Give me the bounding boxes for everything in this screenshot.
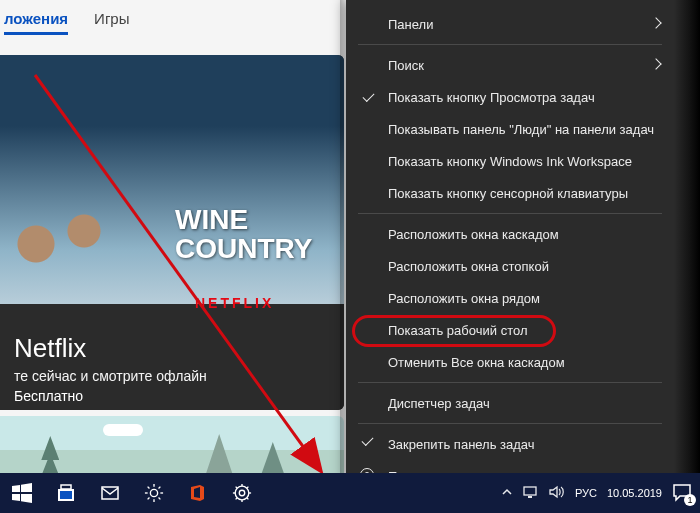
tray-action-center[interactable]: 1: [672, 482, 694, 504]
svg-rect-24: [524, 487, 536, 495]
hero-app-name: Netflix: [14, 333, 330, 364]
svg-line-20: [236, 487, 238, 489]
menu-label: Показать кнопку сенсорной клавиатуры: [388, 186, 628, 201]
menu-label: Поиск: [388, 58, 424, 73]
gear-icon: [232, 483, 252, 503]
menu-lock-taskbar[interactable]: Закрепить панель задач: [346, 428, 674, 460]
svg-line-22: [247, 487, 249, 489]
hero-title-line1: WINE: [175, 204, 248, 235]
hero-movie-title: WINE COUNTRY: [175, 205, 312, 264]
tray-date: 10.05.2019: [607, 487, 662, 500]
sun-icon: [144, 483, 164, 503]
system-tray: РУС 10.05.2019 1: [501, 482, 700, 504]
tray-network-icon[interactable]: [523, 485, 539, 502]
menu-label: Расположить окна стопкой: [388, 259, 549, 274]
hero-card-netflix[interactable]: WINE COUNTRY NETFLIX Netflix те сейчас и…: [0, 55, 344, 410]
menu-show-desktop[interactable]: Показать рабочий стол: [346, 314, 674, 346]
menu-show-people[interactable]: Показывать панель "Люди" на панели задач: [346, 113, 674, 145]
taskbar-context-menu: Панели Поиск Показать кнопку Просмотра з…: [346, 0, 674, 481]
hero-info: Netflix те сейчас и смотрите офлайн Бесп…: [14, 333, 330, 410]
svg-rect-25: [528, 496, 532, 498]
taskbar-weather[interactable]: [132, 473, 176, 513]
notification-badge: 1: [684, 494, 696, 506]
tab-apps[interactable]: ложения: [4, 10, 68, 35]
hero-subtitle: те сейчас и смотрите офлайн: [14, 368, 330, 384]
cloud-icon: [103, 424, 143, 436]
menu-show-taskview[interactable]: Показать кнопку Просмотра задач: [346, 81, 674, 113]
svg-line-11: [159, 498, 161, 500]
tray-language[interactable]: РУС: [575, 487, 597, 499]
svg-point-15: [239, 490, 244, 495]
taskbar-settings[interactable]: [220, 473, 264, 513]
tab-games[interactable]: Игры: [94, 10, 129, 35]
svg-rect-3: [60, 491, 72, 499]
svg-line-12: [159, 487, 161, 489]
svg-line-10: [148, 487, 150, 489]
taskbar: РУС 10.05.2019 1: [0, 473, 700, 513]
menu-cascade-windows[interactable]: Расположить окна каскадом: [346, 218, 674, 250]
menu-task-manager[interactable]: Диспетчер задач: [346, 387, 674, 419]
menu-panels[interactable]: Панели: [346, 8, 674, 40]
menu-undo-cascade[interactable]: Отменить Все окна каскадом: [346, 346, 674, 378]
svg-point-5: [150, 489, 157, 496]
menu-separator: [358, 44, 662, 45]
menu-stack-windows[interactable]: Расположить окна стопкой: [346, 250, 674, 282]
menu-label: Показать кнопку Просмотра задач: [388, 90, 595, 105]
menu-side-by-side[interactable]: Расположить окна рядом: [346, 282, 674, 314]
menu-label: Показать кнопку Windows Ink Workspace: [388, 154, 632, 169]
tree-icon: [41, 436, 59, 473]
mountain-icon: [241, 442, 305, 473]
menu-search[interactable]: Поиск: [346, 49, 674, 81]
menu-separator: [358, 423, 662, 424]
menu-label: Закрепить панель задач: [388, 437, 535, 452]
hero-price: Бесплатно: [14, 388, 330, 404]
taskbar-store[interactable]: [44, 473, 88, 513]
menu-show-touch-keyboard[interactable]: Показать кнопку сенсорной клавиатуры: [346, 177, 674, 209]
svg-line-21: [247, 498, 249, 500]
tray-volume-icon[interactable]: [549, 485, 565, 502]
secondary-card[interactable]: [0, 416, 344, 473]
hero-art-people: [0, 205, 120, 335]
hero-title-line2: COUNTRY: [175, 233, 312, 264]
menu-separator: [358, 213, 662, 214]
tray-chevron-up-icon[interactable]: [501, 486, 513, 501]
netflix-logo-text: NETFLIX: [195, 295, 274, 311]
taskbar-mail[interactable]: [88, 473, 132, 513]
menu-label: Панели: [388, 17, 433, 32]
svg-rect-2: [61, 485, 71, 489]
menu-label: Показывать панель "Люди" на панели задач: [388, 122, 654, 137]
start-button[interactable]: [0, 473, 44, 513]
taskbar-office[interactable]: [176, 473, 220, 513]
svg-line-13: [148, 498, 150, 500]
store-icon: [56, 483, 76, 503]
right-edge-shadow: [674, 0, 700, 473]
tray-clock[interactable]: 10.05.2019: [607, 487, 662, 500]
svg-point-14: [235, 486, 249, 500]
menu-label: Отменить Все окна каскадом: [388, 355, 565, 370]
windows-logo-icon: [12, 483, 32, 503]
mail-icon: [100, 483, 120, 503]
menu-separator: [358, 382, 662, 383]
office-icon: [188, 483, 208, 503]
svg-line-23: [236, 498, 238, 500]
menu-label: Расположить окна рядом: [388, 291, 540, 306]
mountain-icon: [189, 434, 249, 473]
menu-label: Расположить окна каскадом: [388, 227, 559, 242]
menu-show-ink[interactable]: Показать кнопку Windows Ink Workspace: [346, 145, 674, 177]
svg-rect-4: [102, 487, 118, 499]
menu-label: Показать рабочий стол: [388, 323, 527, 338]
menu-label: Диспетчер задач: [388, 396, 490, 411]
